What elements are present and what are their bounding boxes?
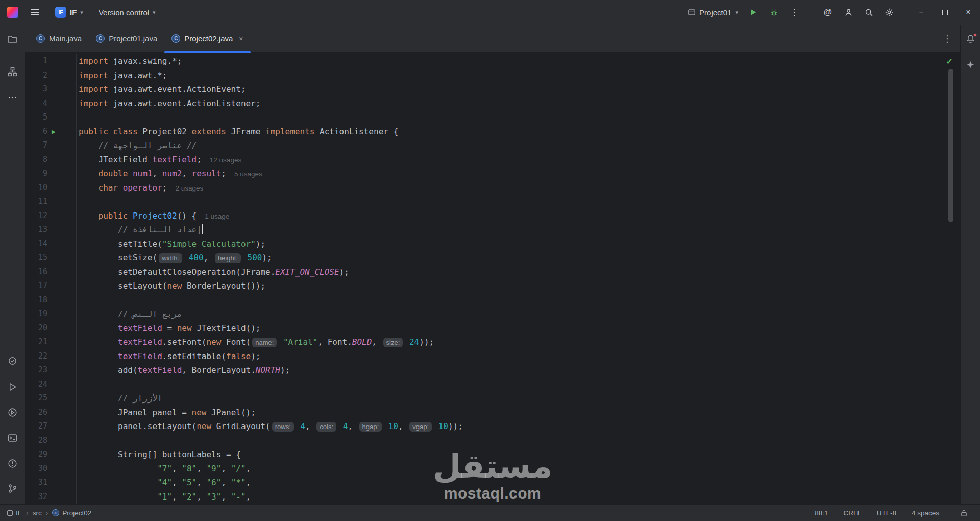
more-actions-button[interactable]: ⋮ bbox=[785, 3, 803, 21]
commit-tool-button[interactable] bbox=[5, 354, 20, 367]
code-line-23[interactable]: 23 add(textField, BorderLayout.NORTH); bbox=[25, 363, 960, 377]
notifications-button[interactable] bbox=[963, 32, 978, 45]
code-line-1[interactable]: 1import javax.swing.*; bbox=[25, 54, 960, 68]
more-tools-button[interactable]: ⋯ bbox=[5, 90, 20, 104]
tab-close-icon[interactable]: × bbox=[239, 35, 243, 43]
code-token: NORTH bbox=[256, 365, 280, 375]
code-token: ); bbox=[256, 239, 265, 249]
ellipsis-icon: ⋯ bbox=[8, 92, 17, 103]
code-line-7[interactable]: 7 // عناصر الـواجهة // bbox=[25, 138, 960, 153]
terminal-tool-button[interactable] bbox=[5, 431, 20, 444]
code-line-17[interactable]: 17 setLayout(new BorderLayout()); bbox=[25, 279, 960, 293]
code-line-9[interactable]: 9 double num1, num2, result;5 usages bbox=[25, 167, 960, 181]
code-line-2[interactable]: 2import java.awt.*; bbox=[25, 68, 960, 83]
run-button[interactable] bbox=[744, 3, 763, 21]
code-line-27[interactable]: 27 panel.setLayout(new GridLayout(rows: … bbox=[25, 419, 960, 434]
breadcrumb-project02[interactable]: CProject02 bbox=[52, 509, 91, 517]
usages-hint[interactable]: 5 usages bbox=[234, 170, 262, 178]
code-line-12[interactable]: 12 public Project02() {1 usage bbox=[25, 209, 960, 223]
tab-project02-java[interactable]: CProject02.java× bbox=[164, 25, 250, 52]
code-line-26[interactable]: 26 JPanel panel = new JPanel(); bbox=[25, 406, 960, 420]
status-indent[interactable]: 4 spaces bbox=[912, 509, 939, 517]
line-number: 29 bbox=[25, 447, 47, 462]
status-caret-position[interactable]: 88:1 bbox=[815, 509, 828, 517]
kebab-menu-icon: ⋮ bbox=[943, 34, 952, 44]
code-line-20[interactable]: 20 textField = new JTextField(); bbox=[25, 321, 960, 336]
breadcrumb-if[interactable]: IF bbox=[7, 509, 22, 517]
gutter bbox=[47, 82, 77, 97]
code-line-16[interactable]: 16 setDefaultCloseOperation(JFrame.EXIT_… bbox=[25, 265, 960, 279]
maximize-button[interactable] bbox=[933, 0, 957, 25]
project-widget[interactable]: IF IF ▾ bbox=[51, 5, 87, 20]
code-line-6[interactable]: 6▶public class Project02 extends JFrame … bbox=[25, 125, 960, 139]
close-button[interactable]: × bbox=[957, 0, 980, 25]
code-token: String[] buttonLabels = { bbox=[79, 449, 241, 459]
settings-button[interactable] bbox=[880, 3, 898, 21]
run-tool-button[interactable] bbox=[5, 380, 20, 393]
tab-options-button[interactable]: ⋮ bbox=[943, 33, 952, 44]
code-line-28[interactable]: 28 bbox=[25, 434, 960, 448]
version-control-tool-button[interactable] bbox=[5, 482, 20, 495]
code-line-24[interactable]: 24 bbox=[25, 377, 960, 392]
vcs-widget[interactable]: Version control ▾ bbox=[94, 6, 160, 19]
code-line-3[interactable]: 3import java.awt.event.ActionEvent; bbox=[25, 82, 960, 97]
ai-chat-button[interactable]: @ bbox=[819, 3, 837, 21]
main-menu-button[interactable] bbox=[26, 3, 44, 21]
tab-main-java[interactable]: CMain.java bbox=[29, 25, 89, 52]
structure-tool-button[interactable] bbox=[5, 65, 20, 78]
editor-scrollbar[interactable] bbox=[948, 69, 953, 222]
code-line-11[interactable]: 11 bbox=[25, 195, 960, 209]
code-line-14[interactable]: 14 setTitle("Simple Calculator"); bbox=[25, 237, 960, 251]
code-line-5[interactable]: 5 bbox=[25, 110, 960, 125]
code-with-me-button[interactable] bbox=[839, 3, 857, 21]
code-line-19[interactable]: 19 // مربع الـنص bbox=[25, 307, 960, 321]
tab-project01-java[interactable]: CProject01.java bbox=[89, 25, 164, 52]
ai-assistant-button[interactable] bbox=[963, 58, 978, 72]
line-number: 2 bbox=[25, 68, 47, 83]
code-token: setDefaultCloseOperation(JFrame. bbox=[79, 267, 275, 277]
code-token: , bbox=[182, 169, 191, 178]
readonly-lock-button[interactable] bbox=[954, 504, 973, 521]
code-line-8[interactable]: 8 JTextField textField;12 usages bbox=[25, 153, 960, 167]
code-token: , bbox=[372, 337, 381, 347]
code-line-13[interactable]: 13 // إعداد الـنافذة bbox=[25, 223, 960, 237]
code-token: Font( bbox=[221, 337, 251, 347]
line-number: 27 bbox=[25, 419, 47, 434]
code-line-21[interactable]: 21 textField.setFont(new Font(name: "Ari… bbox=[25, 335, 960, 349]
usages-hint[interactable]: 2 usages bbox=[175, 184, 203, 192]
usages-hint[interactable]: 12 usages bbox=[210, 156, 241, 164]
services-tool-button[interactable] bbox=[5, 406, 20, 419]
code-line-25[interactable]: 25 // الأزرار bbox=[25, 391, 960, 406]
code-line-4[interactable]: 4import java.awt.event.ActionListener; bbox=[25, 97, 960, 111]
inspections-ok-icon[interactable]: ✓ bbox=[946, 57, 953, 66]
debug-button[interactable] bbox=[765, 3, 783, 21]
gutter bbox=[47, 377, 77, 392]
folder-icon bbox=[8, 34, 17, 44]
code-line-30[interactable]: 30 "7", "8", "9", "/", bbox=[25, 462, 960, 476]
code-line-10[interactable]: 10 char operator;2 usages bbox=[25, 181, 960, 195]
usages-hint[interactable]: 1 usage bbox=[205, 212, 229, 220]
code-line-15[interactable]: 15 setSize(width: 400, height: 500); bbox=[25, 251, 960, 265]
problems-tool-button[interactable] bbox=[5, 457, 20, 470]
minimize-button[interactable]: − bbox=[910, 0, 933, 25]
project-tool-button[interactable] bbox=[5, 32, 20, 45]
gutter bbox=[47, 349, 77, 364]
editor[interactable]: 1import javax.swing.*;2import java.awt.*… bbox=[25, 53, 960, 504]
code-line-18[interactable]: 18 bbox=[25, 293, 960, 307]
status-file-encoding[interactable]: UTF-8 bbox=[877, 509, 896, 517]
status-line-separator[interactable]: CRLF bbox=[843, 509, 861, 517]
code-token: BorderLayout()); bbox=[182, 281, 265, 291]
code-line-31[interactable]: 31 "4", "5", "6", "*", bbox=[25, 476, 960, 490]
search-everywhere-button[interactable] bbox=[860, 3, 878, 21]
code-line-29[interactable]: 29 String[] buttonLabels = { bbox=[25, 447, 960, 462]
line-number: 7 bbox=[25, 138, 47, 153]
code-line-32[interactable]: 32 "1", "2", "3", "-", bbox=[25, 490, 960, 504]
run-config-widget[interactable]: Project01 ▾ bbox=[683, 6, 742, 19]
breadcrumb-src[interactable]: src bbox=[33, 509, 42, 517]
code-token: ; bbox=[162, 183, 167, 193]
line-number: 15 bbox=[25, 251, 47, 265]
code-line-22[interactable]: 22 textField.setEditable(false); bbox=[25, 349, 960, 364]
code-token: "7" bbox=[79, 464, 172, 473]
line-number: 5 bbox=[25, 110, 47, 125]
run-line-icon[interactable]: ▶ bbox=[52, 125, 56, 139]
